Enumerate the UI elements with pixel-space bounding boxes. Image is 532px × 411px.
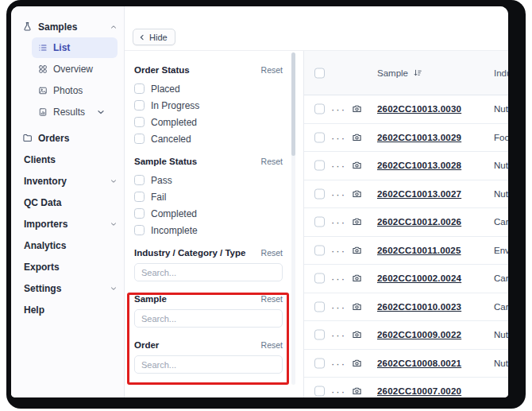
sidebar-item-settings[interactable]: Settings [11, 277, 124, 299]
reset-link[interactable]: Reset [261, 294, 283, 304]
row-menu-button[interactable]: ··· [331, 244, 346, 256]
camera-icon[interactable] [352, 217, 362, 227]
camera-icon[interactable] [352, 132, 362, 142]
row-checkbox[interactable] [314, 104, 325, 114]
table-row: ··· 2602CC10013.0028 Nut [304, 152, 508, 180]
sidebar-item-clients[interactable]: Clients [11, 149, 124, 170]
sidebar: Samples List Overview Photos Results Ord… [11, 6, 125, 397]
row-industry: Nut [494, 104, 508, 114]
sample-link[interactable]: 2602CC10013.0030 [377, 104, 461, 114]
sidebar-item-overview[interactable]: Overview [32, 59, 118, 79]
sidebar-item-label: Samples [38, 21, 77, 33]
sample-link[interactable]: 2602CC10011.0025 [377, 246, 461, 255]
flask-icon [22, 21, 33, 32]
camera-icon[interactable] [352, 161, 362, 171]
checkbox[interactable] [134, 208, 145, 219]
hide-filters-button[interactable]: Hide [133, 29, 175, 45]
reset-link[interactable]: Reset [261, 157, 283, 166]
industry-search-input[interactable] [134, 263, 283, 281]
row-checkbox[interactable] [314, 132, 325, 142]
sidebar-item-importers[interactable]: Importers [11, 213, 124, 235]
checkbox[interactable] [134, 225, 145, 235]
reset-link[interactable]: Reset [261, 340, 283, 350]
sidebar-item-orders[interactable]: Orders [11, 127, 124, 149]
checkbox[interactable] [134, 117, 145, 127]
scrollbar-thumb[interactable] [291, 52, 295, 156]
sample-link[interactable]: 2602CC10008.0021 [377, 359, 461, 368]
filter-section-title: Industry / Category / Type [134, 248, 245, 258]
checkbox[interactable] [134, 192, 145, 202]
row-checkbox[interactable] [314, 188, 325, 199]
sample-link[interactable]: 2602CC10012.0026 [377, 217, 461, 227]
row-menu-button[interactable]: ··· [331, 357, 346, 369]
sample-link[interactable]: 2602CC10013.0029 [377, 133, 461, 142]
sample-search-input[interactable] [134, 309, 283, 328]
row-checkbox[interactable] [314, 386, 325, 397]
app-window: Samples List Overview Photos Results Ord… [11, 6, 508, 397]
filter-section-industry: Industry / Category / Type Reset [134, 248, 283, 281]
camera-icon[interactable] [352, 104, 362, 114]
filter-option-fail[interactable]: Fail [134, 188, 283, 205]
filter-option-placed[interactable]: Placed [134, 80, 283, 97]
row-menu-button[interactable]: ··· [331, 329, 346, 341]
sidebar-item-samples[interactable]: Samples [11, 16, 124, 37]
order-search-input[interactable] [134, 355, 283, 374]
reset-link[interactable]: Reset [261, 65, 283, 75]
camera-icon[interactable] [352, 188, 362, 199]
row-checkbox[interactable] [314, 273, 325, 284]
row-menu-button[interactable]: ··· [331, 273, 346, 285]
sidebar-item-inventory[interactable]: Inventory [11, 170, 124, 192]
row-menu-button[interactable]: ··· [331, 300, 346, 312]
row-checkbox[interactable] [314, 358, 325, 368]
sample-link[interactable]: 2602CC10013.0027 [377, 189, 461, 199]
camera-icon[interactable] [352, 330, 362, 340]
table-row: ··· 2602CC10013.0030 Nut [304, 95, 508, 124]
camera-icon[interactable] [352, 358, 362, 368]
table-row: ··· 2602CC10010.0023 Car [304, 293, 508, 322]
row-menu-button[interactable]: ··· [331, 160, 346, 172]
filter-option-incomplete[interactable]: Incomplete [134, 222, 283, 238]
checkbox[interactable] [134, 134, 145, 144]
row-checkbox[interactable] [314, 330, 325, 340]
row-menu-button[interactable]: ··· [331, 131, 346, 143]
sidebar-item-list[interactable]: List [32, 37, 118, 58]
sample-link[interactable]: 2602CC10009.0022 [377, 330, 461, 339]
sample-link[interactable]: 2602CC10002.0024 [377, 273, 461, 283]
filter-option-canceled[interactable]: Canceled [134, 130, 283, 147]
row-checkbox[interactable] [314, 161, 325, 171]
filter-option-pass[interactable]: Pass [134, 172, 283, 188]
filter-option-in-progress[interactable]: In Progress [134, 97, 283, 114]
camera-icon[interactable] [352, 273, 362, 284]
checkbox[interactable] [134, 83, 145, 94]
sidebar-item-qc-data[interactable]: QC Data [11, 192, 124, 213]
sidebar-item-exports[interactable]: Exports [11, 256, 124, 277]
checkbox[interactable] [134, 175, 145, 185]
checkbox[interactable] [134, 100, 145, 111]
filter-option-completed[interactable]: Completed [134, 205, 283, 222]
select-all-checkbox[interactable] [314, 68, 325, 78]
sidebar-item-photos[interactable]: Photos [32, 80, 118, 101]
row-checkbox[interactable] [314, 217, 325, 227]
sample-column-header[interactable]: Sample [377, 68, 422, 78]
reset-link[interactable]: Reset [261, 248, 283, 258]
row-menu-button[interactable]: ··· [331, 386, 346, 397]
filters-scrollbar[interactable] [291, 52, 295, 385]
camera-icon[interactable] [352, 386, 362, 397]
camera-icon[interactable] [352, 245, 362, 255]
row-menu-button[interactable]: ··· [331, 188, 346, 200]
sidebar-item-help[interactable]: Help [11, 299, 124, 320]
row-menu-button[interactable]: ··· [331, 103, 346, 115]
filter-option-completed[interactable]: Completed [134, 114, 283, 130]
sidebar-item-label: Clients [24, 154, 56, 165]
row-menu-button[interactable]: ··· [331, 216, 346, 228]
sort-descending-icon[interactable] [413, 68, 422, 78]
sidebar-item-results[interactable]: Results [32, 102, 118, 122]
row-checkbox[interactable] [314, 301, 325, 312]
sample-link[interactable]: 2602CC10007.0020 [377, 386, 461, 396]
row-checkbox[interactable] [314, 245, 325, 255]
sample-link[interactable]: 2602CC10013.0028 [377, 161, 461, 170]
sample-link[interactable]: 2602CC10010.0023 [377, 302, 461, 312]
sidebar-item-analytics[interactable]: Analytics [11, 235, 124, 256]
camera-icon[interactable] [352, 301, 362, 312]
chevron-down-icon [96, 107, 106, 117]
